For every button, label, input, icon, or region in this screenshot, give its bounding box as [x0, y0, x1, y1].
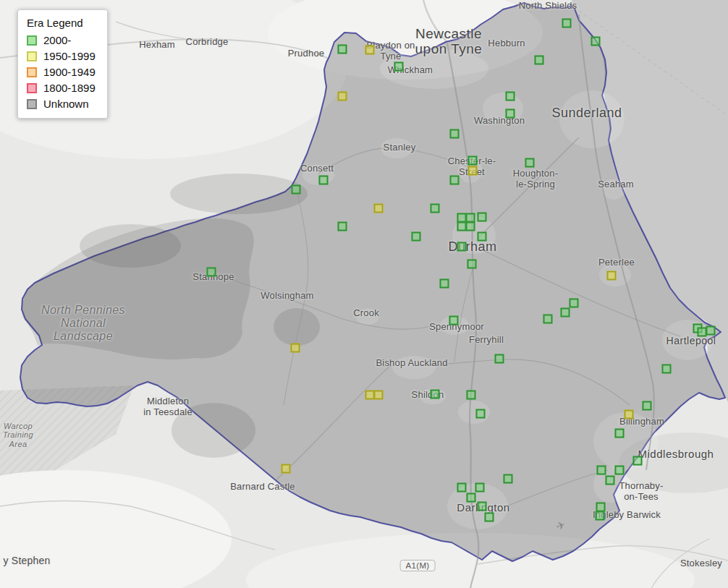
era-marker-1950-1999[interactable] — [374, 391, 384, 400]
era-marker-2000[interactable] — [597, 466, 606, 475]
era-marker-2000[interactable] — [467, 493, 476, 503]
era-marker-2000[interactable] — [467, 260, 477, 269]
era-marker-2000[interactable] — [475, 483, 485, 493]
legend-items: 2000-1950-19991900-19491800-1899Unknown — [27, 34, 96, 110]
era-marker-2000[interactable] — [643, 401, 652, 411]
era-marker-1950-1999[interactable] — [291, 344, 300, 353]
era-marker-1950-1999[interactable] — [607, 271, 617, 281]
map-base-art — [0, 0, 728, 588]
era-marker-2000[interactable] — [207, 268, 216, 277]
era-marker-2000[interactable] — [561, 308, 570, 318]
era-marker-2000[interactable] — [706, 326, 716, 336]
map-canvas[interactable]: Newcastle upon TyneSunderlandDurhamMiddl… — [0, 0, 728, 588]
legend-label: 1800-1899 — [43, 82, 96, 94]
era-marker-2000[interactable] — [319, 176, 329, 185]
era-marker-2000[interactable] — [431, 390, 440, 399]
era-marker-2000[interactable] — [450, 129, 460, 139]
legend-swatch-icon — [27, 67, 37, 77]
legend-label: 2000- — [43, 34, 71, 46]
legend-label: Unknown — [43, 98, 89, 110]
legend-item-2000: 2000- — [27, 34, 96, 46]
legend-item-1900-1949: 1900-1949 — [27, 66, 96, 78]
era-marker-2000[interactable] — [506, 92, 515, 101]
era-marker-2000[interactable] — [633, 456, 643, 466]
legend-swatch-icon — [27, 99, 37, 109]
era-marker-1950-1999[interactable] — [338, 92, 347, 101]
legend-swatch-icon — [27, 35, 37, 46]
era-marker-1950-1999[interactable] — [625, 410, 634, 419]
era-marker-2000[interactable] — [394, 62, 404, 72]
era-marker-2000[interactable] — [570, 299, 579, 308]
era-marker-2000[interactable] — [562, 19, 572, 28]
valley-light-area — [0, 470, 232, 588]
era-marker-2000[interactable] — [615, 429, 625, 438]
era-marker-2000[interactable] — [466, 222, 475, 231]
era-marker-2000[interactable] — [485, 513, 494, 522]
era-marker-2000[interactable] — [476, 409, 486, 419]
era-marker-1950-1999[interactable] — [282, 464, 291, 474]
legend-swatch-icon — [27, 51, 37, 61]
era-marker-1950-1999[interactable] — [468, 166, 478, 176]
era-marker-2000[interactable] — [478, 213, 487, 222]
era-marker-1950-1999[interactable] — [374, 204, 384, 213]
road-badge-a1m: A1(M) — [400, 560, 436, 571]
era-marker-2000[interactable] — [292, 185, 301, 195]
era-marker-2000[interactable] — [338, 45, 347, 54]
era-marker-2000[interactable] — [449, 316, 459, 325]
era-marker-2000[interactable] — [440, 279, 449, 289]
era-marker-2000[interactable] — [457, 483, 467, 493]
era-marker-2000[interactable] — [412, 232, 421, 242]
era-marker-2000[interactable] — [468, 156, 478, 166]
era-marker-2000[interactable] — [615, 466, 625, 475]
legend-item-1800-1899: 1800-1899 — [27, 82, 96, 94]
era-marker-2000[interactable] — [467, 391, 476, 400]
era-marker-2000[interactable] — [606, 476, 615, 485]
era-marker-2000[interactable] — [338, 222, 347, 231]
era-legend: Era Legend 2000-1950-19991900-19491800-1… — [17, 9, 108, 119]
era-marker-1950-1999[interactable] — [365, 46, 375, 55]
legend-label: 1950-1999 — [43, 50, 96, 62]
legend-title: Era Legend — [27, 17, 96, 29]
legend-swatch-icon — [27, 83, 37, 93]
era-marker-2000[interactable] — [504, 474, 513, 484]
era-marker-2000[interactable] — [431, 204, 440, 213]
era-marker-2000[interactable] — [525, 158, 535, 168]
era-marker-2000[interactable] — [478, 502, 487, 511]
era-marker-2000[interactable] — [506, 109, 515, 119]
era-marker-2000[interactable] — [596, 511, 605, 521]
era-marker-2000[interactable] — [478, 232, 487, 242]
era-marker-2000[interactable] — [662, 365, 672, 374]
era-marker-2000[interactable] — [591, 37, 601, 46]
era-marker-2000[interactable] — [457, 242, 467, 252]
era-marker-2000[interactable] — [495, 354, 504, 364]
legend-item-unknown: Unknown — [27, 98, 96, 110]
legend-item-1950-1999: 1950-1999 — [27, 50, 96, 62]
era-marker-2000[interactable] — [450, 176, 460, 185]
era-marker-2000[interactable] — [535, 56, 544, 65]
era-marker-2000[interactable] — [543, 315, 553, 324]
legend-label: 1900-1949 — [43, 66, 96, 78]
